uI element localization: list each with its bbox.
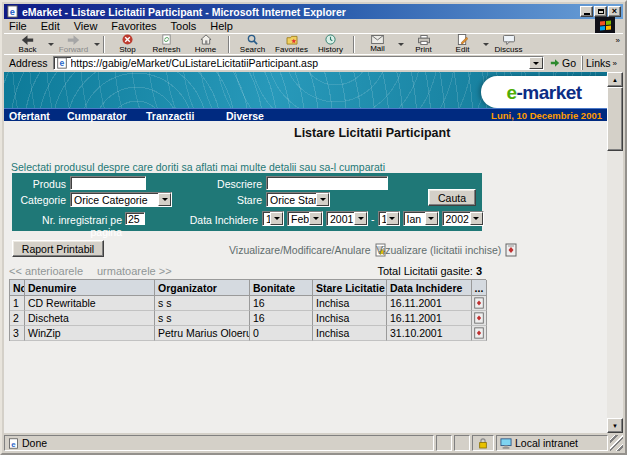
forward-icon bbox=[67, 35, 80, 45]
discuss-button[interactable]: Discuss bbox=[489, 34, 528, 54]
col-header-no: No bbox=[10, 280, 25, 296]
raport-printabil-button[interactable]: Raport Printabil bbox=[12, 240, 104, 257]
prev-page-link[interactable]: << anterioarele bbox=[9, 265, 83, 277]
col-header-denumire: Denumire bbox=[25, 280, 155, 296]
restore-button[interactable] bbox=[594, 6, 607, 17]
from-year-select[interactable]: 2001 bbox=[326, 211, 368, 226]
to-year-select[interactable]: 2002 bbox=[442, 211, 484, 226]
menu-edit[interactable]: Edit bbox=[34, 20, 67, 32]
vizualizare-inchise-link[interactable]: Vizualizare (licitatii inchise) bbox=[376, 243, 518, 257]
history-button[interactable]: History bbox=[311, 34, 350, 54]
vizualizare-modificare-link[interactable]: Vizualizare/Modificare/Anulare bbox=[229, 243, 388, 257]
scrollbar-thumb[interactable] bbox=[607, 87, 623, 151]
go-button[interactable]: Go bbox=[547, 57, 579, 69]
page-body: Listare Licitatii Participant Selectati … bbox=[4, 121, 607, 433]
page-title: Listare Licitatii Participant bbox=[294, 126, 450, 140]
links-bar[interactable]: Links » bbox=[582, 56, 620, 70]
row-denumire: CD Rewritable bbox=[25, 296, 155, 311]
resize-grip[interactable] bbox=[610, 435, 623, 451]
nr-inregistrari-input[interactable] bbox=[125, 212, 145, 225]
forward-button[interactable]: Forward bbox=[54, 34, 93, 54]
windows-flag-icon bbox=[600, 20, 611, 30]
back-dropdown[interactable] bbox=[47, 34, 54, 54]
from-month-select[interactable]: Feb bbox=[287, 211, 323, 226]
address-field[interactable]: e bbox=[53, 56, 544, 70]
print-icon bbox=[418, 35, 430, 45]
edit-dropdown[interactable] bbox=[482, 34, 489, 54]
mail-button[interactable]: Mail bbox=[358, 34, 397, 54]
nr-inregistrari-label: Nr. inregistrari pe pagina bbox=[12, 214, 122, 238]
browser-viewport: e-market Ofertant Cumparator Tranzactii … bbox=[4, 72, 623, 433]
links-chevron-icon: » bbox=[613, 59, 617, 68]
scroll-down-button[interactable]: ▼ bbox=[607, 418, 623, 433]
total-label: Total Licitatii gasite: bbox=[377, 265, 472, 277]
row-denumire: Discheta bbox=[25, 311, 155, 326]
print-button[interactable]: Print bbox=[404, 34, 443, 54]
home-button[interactable]: Home bbox=[186, 34, 225, 54]
stop-icon bbox=[122, 34, 133, 45]
mail-dropdown[interactable] bbox=[397, 34, 404, 54]
status-text: Done bbox=[22, 437, 47, 449]
scroll-up-button[interactable]: ▲ bbox=[607, 72, 623, 87]
toolbar-separator bbox=[353, 36, 355, 53]
row-view-button[interactable] bbox=[472, 311, 487, 326]
row-stare: Inchisa bbox=[313, 311, 387, 326]
search-button[interactable]: Search bbox=[233, 34, 272, 54]
row-data: 31.10.2001 bbox=[387, 326, 472, 341]
close-button[interactable]: × bbox=[608, 6, 621, 17]
title-bar: e eMarket - Listare Licitatii Participan… bbox=[4, 4, 623, 19]
menu-tools[interactable]: Tools bbox=[164, 20, 204, 32]
address-input[interactable] bbox=[71, 57, 529, 69]
status-message-panel: e Done bbox=[4, 435, 434, 451]
produs-input[interactable] bbox=[70, 176, 146, 190]
back-icon bbox=[21, 35, 34, 45]
current-date: Luni, 10 Decembrie 2001 bbox=[491, 110, 602, 121]
chevron-down-icon[interactable] bbox=[270, 212, 283, 225]
toolbar-separator bbox=[228, 36, 230, 53]
chevron-down-icon[interactable] bbox=[309, 212, 322, 225]
row-denumire: WinZip bbox=[25, 326, 155, 341]
menu-help[interactable]: Help bbox=[203, 20, 240, 32]
chevron-down-icon[interactable] bbox=[354, 212, 367, 225]
data-inchidere-label: Data Inchidere bbox=[162, 214, 258, 226]
chevron-down-icon[interactable] bbox=[470, 212, 483, 225]
col-header-bonitate: Bonitate bbox=[250, 280, 313, 296]
row-view-button[interactable] bbox=[472, 326, 487, 341]
descriere-input[interactable] bbox=[266, 176, 388, 190]
menu-file[interactable]: File bbox=[7, 20, 34, 32]
cauta-button[interactable]: Cauta bbox=[428, 189, 476, 206]
edit-button[interactable]: Edit bbox=[443, 34, 482, 54]
to-month-select[interactable]: Ian bbox=[403, 211, 439, 226]
vertical-scrollbar[interactable]: ▲ ▼ bbox=[607, 72, 623, 433]
main-nav: Ofertant Cumparator Tranzactii Diverse L… bbox=[4, 108, 607, 121]
forward-dropdown[interactable] bbox=[93, 34, 100, 54]
row-no: 2 bbox=[10, 311, 25, 326]
categorie-label: Categorie bbox=[12, 194, 66, 206]
from-day-select[interactable]: 10 bbox=[262, 211, 284, 226]
menu-favorites[interactable]: Favorites bbox=[104, 20, 163, 32]
address-dropdown[interactable] bbox=[529, 57, 543, 69]
row-view-button[interactable] bbox=[472, 296, 487, 311]
closed-report-icon bbox=[473, 312, 485, 324]
toolbar-overflow-chevron[interactable]: » bbox=[616, 36, 620, 45]
favorites-icon bbox=[286, 35, 298, 45]
go-icon bbox=[550, 58, 560, 68]
favorites-button[interactable]: Favorites bbox=[272, 34, 311, 54]
to-day-select[interactable]: 10 bbox=[378, 211, 400, 226]
refresh-button[interactable]: Refresh bbox=[147, 34, 186, 54]
row-stare: Inchisa bbox=[313, 326, 387, 341]
categorie-select[interactable]: Orice Categorie bbox=[70, 192, 172, 207]
next-page-link[interactable]: urmatoarele >> bbox=[97, 265, 172, 277]
menu-view[interactable]: View bbox=[67, 20, 105, 32]
back-button[interactable]: Back bbox=[8, 34, 47, 54]
chevron-down-icon[interactable] bbox=[316, 193, 329, 206]
svg-text:e: e bbox=[11, 439, 16, 448]
stare-select[interactable]: Orice Stare bbox=[266, 192, 330, 207]
lock-icon bbox=[478, 437, 488, 449]
date-range: 10 Feb 2001 - 10 Ian 2002 bbox=[262, 211, 484, 226]
stop-button[interactable]: Stop bbox=[108, 34, 147, 54]
row-stare: Inchisa bbox=[313, 296, 387, 311]
chevron-down-icon[interactable] bbox=[386, 212, 399, 225]
minimize-button[interactable] bbox=[580, 6, 593, 17]
chevron-down-icon[interactable] bbox=[425, 212, 438, 225]
